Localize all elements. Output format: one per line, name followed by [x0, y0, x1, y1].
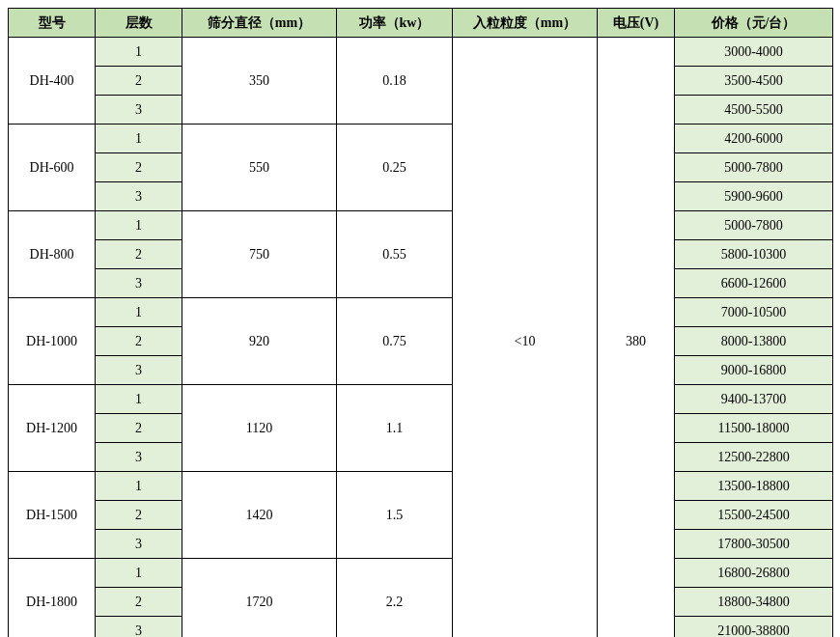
cell-layers: 1: [96, 125, 182, 153]
cell-layers: 2: [96, 414, 182, 443]
cell-diameter: 920: [182, 298, 337, 385]
cell-price: 5000-7800: [675, 153, 833, 182]
cell-layers: 3: [96, 96, 182, 125]
spec-table: 型号 层数 筛分直径（mm） 功率（kw） 入粒粒度（mm） 电压(V) 价格（…: [8, 8, 833, 637]
col-layers: 层数: [96, 9, 182, 38]
cell-power: 0.18: [337, 38, 453, 125]
cell-price: 18800-34800: [675, 588, 833, 617]
cell-price: 4200-6000: [675, 125, 833, 153]
cell-model: DH-400: [9, 38, 96, 125]
cell-price: 3000-4000: [675, 38, 833, 67]
table-row: DH-80017500.555000-7800: [9, 211, 833, 240]
table-row: DH-40013500.18<103803000-4000: [9, 38, 833, 67]
cell-price: 15500-24500: [675, 501, 833, 530]
table-row: DH-1500114201.513500-18800: [9, 472, 833, 501]
cell-layers: 1: [96, 38, 182, 67]
cell-diameter: 1720: [182, 559, 337, 638]
cell-power: 0.55: [337, 211, 453, 298]
cell-power: 0.75: [337, 298, 453, 385]
cell-price: 6600-12600: [675, 269, 833, 298]
cell-price: 17800-30500: [675, 530, 833, 559]
cell-diameter: 750: [182, 211, 337, 298]
cell-model: DH-1500: [9, 472, 96, 559]
table-row: DH-1800117202.216800-26800: [9, 559, 833, 588]
cell-layers: 2: [96, 67, 182, 96]
cell-layers: 1: [96, 559, 182, 588]
table-body: DH-40013500.18<103803000-400023500-45003…: [9, 38, 833, 638]
cell-diameter: 350: [182, 38, 337, 125]
cell-price: 8000-13800: [675, 327, 833, 356]
cell-price: 3500-4500: [675, 67, 833, 96]
cell-layers: 2: [96, 588, 182, 617]
cell-diameter: 550: [182, 125, 337, 211]
cell-price: 21000-38800: [675, 617, 833, 638]
col-price: 价格（元/台）: [675, 9, 833, 38]
cell-model: DH-1000: [9, 298, 96, 385]
cell-power: 1.5: [337, 472, 453, 559]
cell-price: 13500-18800: [675, 472, 833, 501]
cell-layers: 1: [96, 211, 182, 240]
cell-power: 0.25: [337, 125, 453, 211]
cell-diameter: 1120: [182, 385, 337, 472]
cell-layers: 1: [96, 385, 182, 414]
cell-particle: <10: [453, 38, 598, 638]
cell-price: 9000-16800: [675, 356, 833, 385]
cell-model: DH-800: [9, 211, 96, 298]
cell-price: 12500-22800: [675, 443, 833, 472]
cell-voltage: 380: [598, 38, 675, 638]
table-row: DH-60015500.254200-6000: [9, 125, 833, 153]
cell-price: 4500-5500: [675, 96, 833, 125]
cell-layers: 2: [96, 501, 182, 530]
cell-layers: 2: [96, 240, 182, 269]
cell-layers: 3: [96, 443, 182, 472]
cell-model: DH-1200: [9, 385, 96, 472]
cell-price: 5000-7800: [675, 211, 833, 240]
cell-layers: 3: [96, 356, 182, 385]
cell-price: 9400-13700: [675, 385, 833, 414]
col-voltage: 电压(V): [598, 9, 675, 38]
cell-price: 5800-10300: [675, 240, 833, 269]
cell-price: 5900-9600: [675, 182, 833, 211]
cell-layers: 2: [96, 327, 182, 356]
cell-layers: 3: [96, 530, 182, 559]
col-particle: 入粒粒度（mm）: [453, 9, 598, 38]
cell-price: 16800-26800: [675, 559, 833, 588]
cell-model: DH-600: [9, 125, 96, 211]
table-row: DH-100019200.757000-10500: [9, 298, 833, 327]
cell-power: 2.2: [337, 559, 453, 638]
cell-power: 1.1: [337, 385, 453, 472]
cell-diameter: 1420: [182, 472, 337, 559]
col-power: 功率（kw）: [337, 9, 453, 38]
cell-model: DH-1800: [9, 559, 96, 638]
cell-layers: 1: [96, 298, 182, 327]
table-header: 型号 层数 筛分直径（mm） 功率（kw） 入粒粒度（mm） 电压(V) 价格（…: [9, 9, 833, 38]
col-diameter: 筛分直径（mm）: [182, 9, 337, 38]
cell-layers: 1: [96, 472, 182, 501]
cell-layers: 2: [96, 153, 182, 182]
col-model: 型号: [9, 9, 96, 38]
cell-price: 7000-10500: [675, 298, 833, 327]
table-row: DH-1200111201.19400-13700: [9, 385, 833, 414]
cell-layers: 3: [96, 182, 182, 211]
cell-layers: 3: [96, 617, 182, 638]
cell-layers: 3: [96, 269, 182, 298]
cell-price: 11500-18000: [675, 414, 833, 443]
